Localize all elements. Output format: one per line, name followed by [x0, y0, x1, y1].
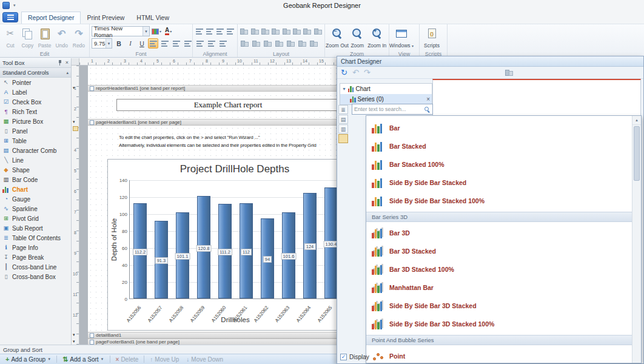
- bold-button[interactable]: B: [113, 38, 124, 49]
- band-collapse-arrow-icon[interactable]: ▾: [73, 339, 75, 345]
- font-color-button[interactable]: A▾: [163, 26, 173, 36]
- band-collapse-arrow-icon[interactable]: ▾: [73, 332, 75, 338]
- panel-tab-icon-2[interactable]: ▤: [338, 115, 348, 124]
- undo-icon[interactable]: ↶: [352, 69, 359, 76]
- alignment-button-3[interactable]: [216, 26, 225, 36]
- band-collapse-arrow-icon[interactable]: ▾: [73, 119, 75, 125]
- move-up-button[interactable]: ↑Move Up: [147, 355, 182, 364]
- layout-button-7[interactable]: [303, 26, 312, 36]
- series-type-point[interactable]: Point: [366, 347, 632, 363]
- tab-print-preview[interactable]: Print Preview: [81, 12, 130, 24]
- tree-node-chart[interactable]: ▼ Chart: [340, 84, 432, 94]
- alignment-button-6[interactable]: [206, 38, 216, 49]
- display-checkbox[interactable]: ✓: [340, 354, 347, 360]
- fill-color-button[interactable]: ▾: [151, 26, 162, 36]
- alignment-button-7[interactable]: [218, 38, 228, 49]
- series-type-side-by-side-bar-3d-stacked[interactable]: Side By Side Bar 3D Stacked: [366, 297, 632, 315]
- paste-button[interactable]: Paste: [36, 26, 53, 50]
- wizard-button[interactable]: [504, 67, 514, 78]
- band-page-header[interactable]: pageHeaderBand1 [one band per page]: [88, 119, 337, 126]
- series-type-side-by-side-bar-3d-stacked-100[interactable]: Side By Side Bar 3D Stacked 100%: [366, 315, 632, 333]
- alignment-button-4[interactable]: [226, 26, 235, 36]
- report-title-label[interactable]: Example Chart report: [116, 99, 337, 111]
- font-size-combo[interactable]: 9.75▼: [92, 38, 112, 49]
- add-group-button[interactable]: +Add a Group▼: [2, 355, 54, 364]
- series-type-bar-3d[interactable]: Bar 3D: [366, 224, 632, 242]
- toolbox-item-cross-band-line[interactable]: ┃Cross-band Line: [0, 262, 71, 272]
- alignment-button-5[interactable]: [195, 38, 205, 49]
- series-type-bar-stacked-100[interactable]: Bar Stacked 100%: [366, 155, 632, 174]
- zoom-in-button[interactable]: +Zoom In: [367, 26, 387, 50]
- pin-icon[interactable]: [58, 60, 62, 66]
- layout-button-10[interactable]: [251, 38, 261, 49]
- remove-series-icon[interactable]: ×: [426, 96, 430, 103]
- align-right-button[interactable]: [171, 38, 181, 49]
- toolbox-item-pointer[interactable]: ↖Pointer: [0, 78, 71, 87]
- zoom-out-button[interactable]: −Zoom Out: [327, 26, 347, 50]
- tree-node-series[interactable]: Series (0) ×: [340, 94, 432, 104]
- toolbox-item-gauge[interactable]: ◔Gauge: [0, 194, 71, 204]
- notes-icon[interactable]: [338, 134, 348, 143]
- toolbox-item-chart[interactable]: Chart: [0, 184, 71, 194]
- collapse-chevron-icon[interactable]: ▴: [66, 70, 69, 75]
- toolbox-item-sparkline[interactable]: ∿Sparkline: [0, 204, 71, 214]
- search-icon[interactable]: [424, 106, 431, 113]
- layout-button-13[interactable]: [286, 38, 296, 49]
- layout-button-4[interactable]: [271, 26, 280, 36]
- delete-button[interactable]: ×Delete: [113, 355, 142, 364]
- toolbox-item-table[interactable]: ⊞Table: [0, 136, 71, 146]
- band-detail[interactable]: detailBand1: [88, 332, 337, 339]
- toolbox-item-sub-report[interactable]: ▣Sub Report: [0, 223, 71, 233]
- layout-button-2[interactable]: [250, 26, 259, 36]
- undo-button[interactable]: ↶Undo: [53, 26, 70, 50]
- layout-button-14[interactable]: [297, 38, 307, 49]
- close-icon[interactable]: ×: [65, 60, 69, 66]
- font-size-caret-icon[interactable]: ▼: [106, 39, 112, 48]
- toolbox-item-line[interactable]: ╲Line: [0, 155, 71, 165]
- toolbox-item-panel[interactable]: ▯Panel: [0, 126, 71, 136]
- toolbox-item-label[interactable]: ALabel: [0, 87, 71, 97]
- toolbox-section-standard-controls[interactable]: Standard Controls ▴: [0, 68, 71, 78]
- layout-button-1[interactable]: [240, 26, 249, 36]
- toolbox-item-shape[interactable]: ◆Shape: [0, 165, 71, 175]
- move-down-button[interactable]: ↓Move Down: [183, 355, 226, 364]
- windows-button[interactable]: Windows ▾: [391, 26, 412, 50]
- series-type-bar-3d-stacked-100[interactable]: Bar 3D Stacked 100%: [366, 260, 632, 278]
- toolbox-item-check-box[interactable]: ☑Check Box: [0, 97, 71, 107]
- layout-button-12[interactable]: [274, 38, 284, 49]
- toolbox-item-picture-box[interactable]: ▦Picture Box: [0, 116, 71, 126]
- layout-button-6[interactable]: [292, 26, 301, 36]
- expand-caret-icon[interactable]: ▼: [342, 87, 346, 91]
- toolbox-item-page-info[interactable]: ℹPage Info: [0, 243, 71, 252]
- toolbox-item-cross-band-box[interactable]: ▯Cross-band Box: [0, 272, 71, 281]
- series-type-side-by-side-bar-stacked-100[interactable]: Side By Side Bar Stacked 100%: [366, 192, 632, 210]
- series-search-input[interactable]: [354, 106, 424, 112]
- toolbox-item-page-break[interactable]: ↧Page Break: [0, 252, 71, 262]
- series-list-scrollbar[interactable]: ▲: [632, 116, 641, 363]
- align-center-button[interactable]: [159, 38, 170, 49]
- zoom-button[interactable]: Zoom: [347, 26, 367, 50]
- tab-html-view[interactable]: HTML View: [130, 12, 175, 24]
- add-sort-button[interactable]: ⇅Add a Sort▼: [59, 355, 107, 364]
- redo-icon[interactable]: ↷: [364, 69, 371, 76]
- chart-control[interactable]: Project DrillHole Depths Depth of Hole 0…: [107, 159, 337, 331]
- series-type-bar-stacked[interactable]: Bar Stacked: [366, 137, 632, 155]
- toolbox-item-bar-code[interactable]: ▥Bar Code: [0, 175, 71, 184]
- underline-button[interactable]: U: [136, 38, 147, 49]
- series-type-manhattan-bar[interactable]: Manhattan Bar: [366, 278, 632, 297]
- series-type-side-by-side-bar-stacked[interactable]: Side By Side Bar Stacked: [366, 174, 632, 192]
- font-name-combo[interactable]: Times New Roman▼: [92, 26, 150, 36]
- redo-button[interactable]: ↷Redo: [70, 26, 87, 50]
- toolbox-item-rich-text[interactable]: ¶Rich Text: [0, 107, 71, 116]
- copy-button[interactable]: Copy: [19, 26, 36, 50]
- align-justify-button[interactable]: [183, 38, 193, 49]
- alignment-button-1[interactable]: [195, 26, 204, 36]
- scrollbar-thumb[interactable]: [634, 126, 640, 181]
- report-page[interactable]: reportHeaderBand1 [one band per report] …: [88, 66, 337, 345]
- series-type-bar[interactable]: Bar: [366, 119, 632, 137]
- scripts-button[interactable]: {}Scripts: [421, 26, 442, 50]
- toolbox-item-table-of-contents[interactable]: ≣Table Of Contents: [0, 233, 71, 243]
- panel-tab-icon-1[interactable]: ≣: [338, 105, 348, 114]
- layout-button-11[interactable]: [263, 38, 273, 49]
- layout-button-8[interactable]: [314, 26, 323, 36]
